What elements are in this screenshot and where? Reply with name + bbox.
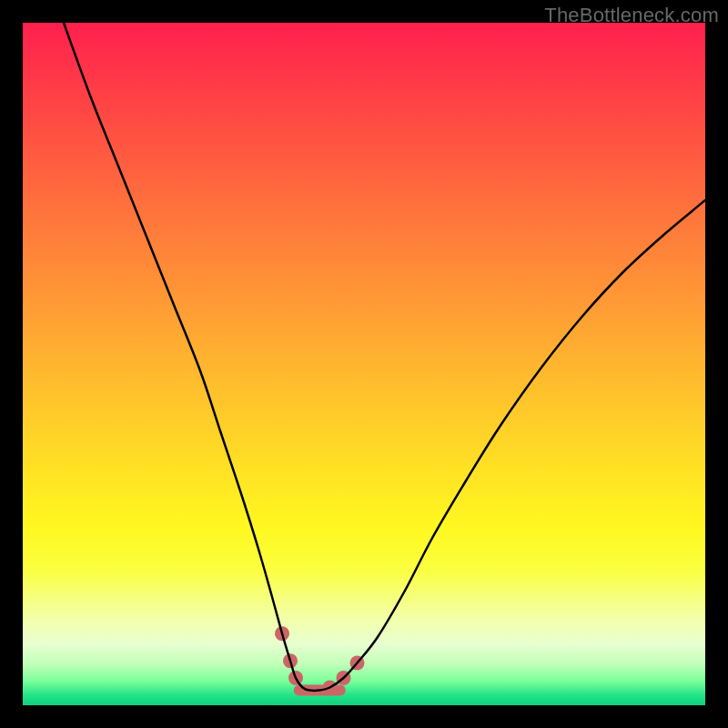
plot-area: [23, 23, 705, 705]
bottleneck-curve: [64, 23, 705, 691]
curve-layer: [23, 23, 705, 705]
watermark-text: TheBottleneck.com: [544, 4, 719, 27]
highlight-dots: [275, 626, 365, 694]
chart-stage: TheBottleneck.com: [0, 0, 728, 728]
